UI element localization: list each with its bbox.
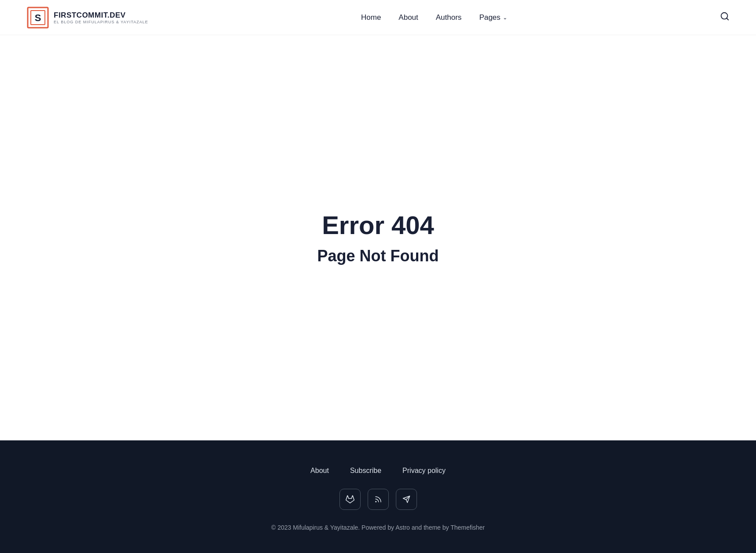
search-icon [720,11,730,21]
logo-icon: S [26,6,49,29]
footer-send-button[interactable] [396,489,417,510]
rss-icon [374,495,382,503]
footer-copyright: © 2023 Mifulapirus & Yayitazale. Powered… [271,524,485,531]
nav-authors[interactable]: Authors [436,13,462,22]
chevron-down-icon: ⌄ [503,15,507,21]
nav-pages-label[interactable]: Pages [479,13,500,22]
svg-point-5 [376,502,376,502]
footer-link-subscribe[interactable]: Subscribe [350,467,381,475]
svg-text:S: S [35,12,41,23]
footer-link-about[interactable]: About [310,467,329,475]
site-logo[interactable]: S FIRSTCOMMIT.DEV EL BLOG DE MIFULAPIRUS… [26,6,148,29]
main-content: Error 404 Page Not Found [0,35,756,440]
nav-pages-dropdown[interactable]: Pages ⌄ [479,13,507,22]
site-header: S FIRSTCOMMIT.DEV EL BLOG DE MIFULAPIRUS… [0,0,756,35]
main-nav: Home About Authors Pages ⌄ [361,13,507,22]
footer-link-privacy[interactable]: Privacy policy [402,467,446,475]
error-title: Error 404 [322,210,434,240]
site-footer: About Subscribe Privacy policy © 2023 Mi… [0,440,756,553]
error-subtitle: Page Not Found [317,247,439,265]
footer-social-icons [339,489,417,510]
footer-gitlab-button[interactable] [339,489,361,510]
logo-text: FIRSTCOMMIT.DEV EL BLOG DE MIFULAPIRUS &… [54,11,148,24]
search-button[interactable] [720,11,730,23]
footer-nav: About Subscribe Privacy policy [310,467,446,475]
svg-line-4 [726,18,728,20]
gitlab-icon [346,495,354,504]
nav-home[interactable]: Home [361,13,381,22]
nav-about[interactable]: About [398,13,418,22]
send-icon [402,495,410,503]
logo-subtitle: EL BLOG DE MIFULAPIRUS & YAYITAZALE [54,20,148,24]
logo-title: FIRSTCOMMIT.DEV [54,11,148,20]
footer-rss-button[interactable] [368,489,389,510]
